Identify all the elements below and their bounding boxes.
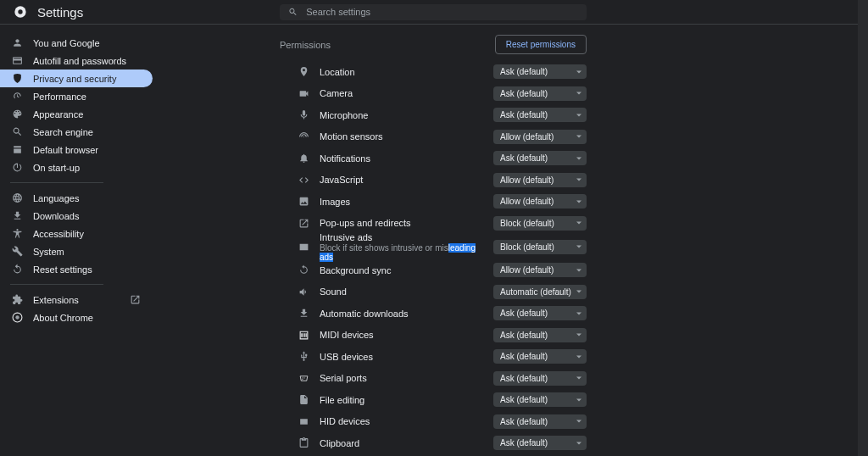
chevron-down-icon bbox=[576, 398, 581, 402]
accessibility-icon bbox=[12, 228, 23, 239]
location-icon bbox=[298, 66, 309, 77]
search-icon bbox=[288, 7, 298, 17]
chevron-down-icon bbox=[576, 92, 581, 95]
permission-dropdown[interactable]: Block (default) bbox=[493, 240, 587, 254]
default-browser-icon bbox=[12, 144, 23, 155]
permission-row-notifications: Notifications Ask (default) bbox=[280, 147, 587, 170]
search-box[interactable] bbox=[280, 4, 587, 20]
reset-permissions-button[interactable]: Reset permissions bbox=[495, 35, 587, 54]
permission-dropdown[interactable]: Ask (default) bbox=[493, 392, 587, 407]
about-icon bbox=[12, 312, 23, 323]
chevron-down-icon bbox=[576, 355, 581, 359]
permission-label: JavaScript bbox=[320, 175, 483, 185]
midi-icon bbox=[298, 330, 309, 341]
permission-label: Serial ports bbox=[320, 373, 483, 383]
permission-label: Camera bbox=[320, 88, 483, 98]
dropdown-value: Ask (default) bbox=[500, 417, 548, 426]
permission-dropdown[interactable]: Automatic (default) bbox=[493, 285, 587, 299]
sidebar-item-autofill-and-passwords[interactable]: Autofill and passwords bbox=[0, 52, 153, 70]
chevron-down-icon bbox=[576, 290, 581, 293]
sidebar-item-system[interactable]: System bbox=[0, 242, 153, 260]
permission-label: Motion sensors bbox=[320, 131, 483, 142]
permission-dropdown[interactable]: Ask (default) bbox=[493, 108, 587, 122]
sidebar-item-extensions[interactable]: Extensions bbox=[0, 291, 153, 309]
permission-dropdown[interactable]: Ask (default) bbox=[493, 414, 587, 429]
permission-row-sound: Sound Automatic (default) bbox=[280, 281, 587, 303]
sidebar-item-privacy-and-security[interactable]: Privacy and security bbox=[0, 70, 153, 87]
permission-dropdown[interactable]: Ask (default) bbox=[493, 151, 587, 165]
dropdown-value: Allow (default) bbox=[500, 197, 554, 206]
sidebar-item-label: System bbox=[33, 247, 64, 257]
permission-dropdown[interactable]: Allow (default) bbox=[493, 194, 587, 209]
sidebar-item-label: Reset settings bbox=[33, 264, 92, 275]
permission-row-clipboard: Clipboard Ask (default) bbox=[280, 432, 587, 454]
permission-row-camera: Camera Ask (default) bbox=[280, 83, 587, 105]
sidebar-item-label: Appearance bbox=[33, 109, 83, 120]
sidebar-item-label: Performance bbox=[33, 92, 86, 102]
permission-dropdown[interactable]: Ask (default) bbox=[493, 86, 587, 101]
dropdown-value: Ask (default) bbox=[500, 395, 548, 404]
permission-dropdown[interactable]: Ask (default) bbox=[493, 64, 587, 79]
permission-dropdown[interactable]: Allow (default) bbox=[493, 263, 587, 277]
sidebar-item-downloads[interactable]: Downloads bbox=[0, 207, 153, 225]
sidebar-item-appearance[interactable]: Appearance bbox=[0, 105, 153, 123]
permission-label: Images bbox=[320, 197, 483, 207]
chevron-down-icon bbox=[576, 442, 581, 445]
settings-title-group: Settings bbox=[14, 5, 83, 19]
permission-dropdown[interactable]: Ask (default) bbox=[493, 306, 587, 320]
sidebar-item-about-chrome[interactable]: About Chrome bbox=[0, 309, 153, 326]
sidebar-separator bbox=[10, 182, 103, 183]
permission-row-automatic-downloads: Automatic downloads Ask (default) bbox=[280, 303, 587, 325]
sidebar-item-on-start-up[interactable]: On start-up bbox=[0, 158, 153, 176]
permissions-card: Permissions Reset permissions Location A… bbox=[280, 35, 587, 456]
permission-row-midi-devices: MIDI devices Ask (default) bbox=[280, 325, 587, 347]
app-header: Settings bbox=[0, 0, 868, 25]
search-icon bbox=[12, 126, 23, 137]
permission-dropdown[interactable]: Allow (default) bbox=[493, 173, 587, 187]
code-icon bbox=[298, 175, 309, 186]
permission-dropdown[interactable]: Ask (default) bbox=[493, 371, 587, 386]
dropdown-value: Automatic (default) bbox=[500, 287, 571, 297]
sidebar-item-performance[interactable]: Performance bbox=[0, 87, 153, 105]
chevron-down-icon bbox=[576, 312, 581, 315]
sync-icon bbox=[298, 264, 309, 275]
permission-dropdown[interactable]: Ask (default) bbox=[493, 328, 587, 342]
permission-label: USB devices bbox=[320, 352, 483, 362]
extensions-icon bbox=[12, 294, 23, 305]
reset-icon bbox=[12, 264, 23, 275]
sidebar-item-you-and-google[interactable]: You and Google bbox=[0, 34, 153, 52]
search-input[interactable] bbox=[306, 7, 578, 17]
sidebar-item-label: You and Google bbox=[33, 38, 100, 48]
system-icon bbox=[12, 246, 23, 257]
scrollbar-track[interactable] bbox=[858, 0, 868, 456]
permissions-title: Permissions bbox=[280, 40, 331, 50]
permission-row-motion-sensors: Motion sensors Allow (default) bbox=[280, 126, 587, 148]
permission-label: Background sync bbox=[320, 265, 483, 275]
sidebar-item-search-engine[interactable]: Search engine bbox=[0, 123, 153, 141]
sidebar-item-label: Languages bbox=[33, 193, 79, 203]
dropdown-value: Ask (default) bbox=[500, 110, 548, 120]
dropdown-value: Ask (default) bbox=[500, 331, 548, 340]
permission-dropdown[interactable]: Ask (default) bbox=[493, 349, 587, 364]
downloads-icon bbox=[12, 210, 23, 221]
sidebar-item-default-browser[interactable]: Default browser bbox=[0, 141, 153, 158]
chevron-down-icon bbox=[576, 135, 581, 138]
popup-icon bbox=[298, 218, 309, 229]
sidebar-item-accessibility[interactable]: Accessibility bbox=[0, 225, 153, 242]
motion-icon bbox=[298, 131, 309, 142]
permission-dropdown[interactable]: Block (default) bbox=[493, 216, 587, 231]
permission-label: Microphone bbox=[320, 110, 483, 120]
serial-icon bbox=[298, 373, 309, 384]
sidebar-item-languages[interactable]: Languages bbox=[0, 189, 153, 207]
permission-dropdown[interactable]: Ask (default) bbox=[493, 436, 587, 450]
sidebar-item-label: Privacy and security bbox=[33, 74, 116, 84]
dropdown-value: Allow (default) bbox=[500, 265, 554, 275]
image-icon bbox=[298, 196, 309, 207]
ads-icon bbox=[298, 242, 309, 253]
permission-dropdown[interactable]: Allow (default) bbox=[493, 130, 587, 144]
permission-label: Intrusive adsBlock if site shows intrusi… bbox=[320, 232, 483, 262]
external-link-icon bbox=[130, 294, 141, 305]
sidebar-item-reset-settings[interactable]: Reset settings bbox=[0, 260, 153, 278]
permission-label: Pop-ups and redirects bbox=[320, 218, 483, 228]
dropdown-value: Allow (default) bbox=[500, 175, 554, 185]
